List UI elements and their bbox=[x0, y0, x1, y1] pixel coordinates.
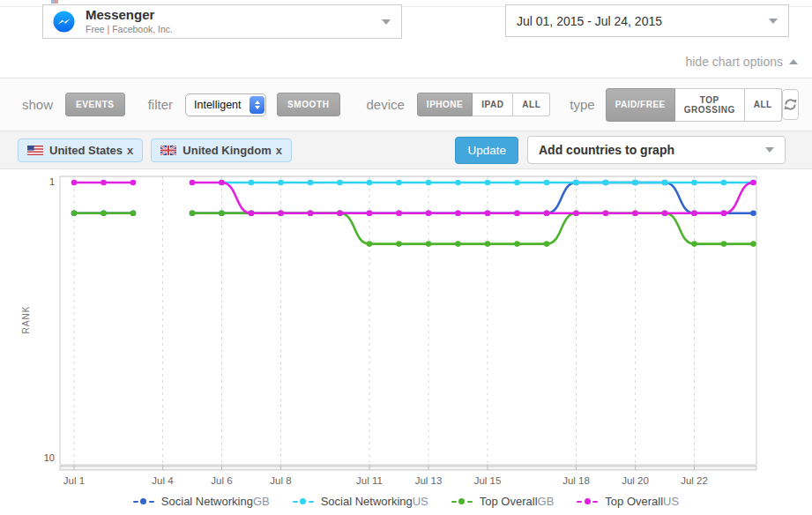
y-axis-title: RANK bbox=[21, 306, 31, 334]
triangle-up-icon bbox=[789, 59, 798, 64]
cropped-element-fragment bbox=[51, 0, 58, 4]
rank-chart-plot[interactable] bbox=[0, 169, 812, 474]
legend-item[interactable]: Top OverallUS bbox=[577, 495, 679, 508]
us-flag-icon bbox=[27, 146, 43, 155]
device-option-all[interactable]: ALL bbox=[513, 93, 550, 116]
country-tag-label: United Kingdom bbox=[183, 144, 271, 157]
legend-item[interactable]: Social NetworkingUS bbox=[293, 495, 428, 508]
country-tag-united-kingdom[interactable]: United Kingdom x bbox=[151, 138, 292, 162]
x-axis-tick-label: Jul 4 bbox=[152, 475, 173, 486]
type-label: type bbox=[570, 97, 594, 112]
update-button[interactable]: Update bbox=[455, 137, 518, 164]
chevron-down-icon bbox=[765, 147, 774, 153]
legend-item[interactable]: Top OverallGB bbox=[451, 495, 555, 508]
x-axis-tick-label: Jul 20 bbox=[622, 475, 649, 486]
remove-country-icon[interactable]: x bbox=[127, 144, 133, 157]
select-stepper-icon bbox=[250, 96, 264, 114]
y-axis-tick-label: 10 bbox=[0, 452, 55, 463]
x-axis-tick-label: Jul 11 bbox=[356, 475, 383, 486]
x-axis-tick-label: Jul 6 bbox=[211, 475, 232, 486]
legend-marker-icon bbox=[451, 498, 473, 505]
legend-item[interactable]: Social NetworkingGB bbox=[133, 495, 270, 508]
date-range-picker[interactable]: Jul 01, 2015 - Jul 24, 2015 bbox=[505, 4, 789, 37]
add-countries-dropdown[interactable]: Add countries to graph bbox=[527, 136, 786, 164]
refresh-button[interactable] bbox=[782, 89, 799, 120]
countries-bar: United States x United Kingdom x Update … bbox=[0, 131, 812, 169]
app-subtitle: Free | Facebook, Inc. bbox=[86, 25, 173, 35]
filter-select[interactable]: Intelligent bbox=[185, 93, 266, 116]
type-segmented-control: PAID/FREE TOP GROSSING ALL bbox=[606, 88, 782, 122]
app-annie-rank-page: Messenger Free | Facebook, Inc. Jul 01, … bbox=[0, 0, 812, 515]
legend-marker-icon bbox=[577, 498, 598, 505]
filter-label: filter bbox=[148, 97, 173, 112]
hide-chart-options-label: hide chart options bbox=[685, 55, 783, 69]
legend-series-name: Social Networking bbox=[321, 495, 413, 508]
remove-country-icon[interactable]: x bbox=[276, 144, 282, 157]
events-button[interactable]: EVENTS bbox=[65, 93, 125, 116]
country-tag-label: United States bbox=[49, 144, 123, 157]
legend-series-country: GB bbox=[253, 495, 270, 508]
device-segmented-control: IPHONE IPAD ALL bbox=[417, 93, 550, 116]
type-option-top-grossing[interactable]: TOP GROSSING bbox=[675, 88, 745, 122]
messenger-app-icon bbox=[52, 10, 76, 34]
chevron-down-icon bbox=[769, 19, 778, 24]
filter-select-value: Intelligent bbox=[194, 99, 249, 111]
show-label: show bbox=[22, 97, 53, 112]
app-name: Messenger bbox=[86, 8, 173, 23]
chevron-down-icon bbox=[382, 19, 391, 25]
legend-series-name: Top Overall bbox=[480, 495, 538, 508]
type-option-paid-free[interactable]: PAID/FREE bbox=[606, 88, 675, 122]
app-selector-dropdown[interactable]: Messenger Free | Facebook, Inc. bbox=[42, 4, 402, 39]
chart-legend: Social NetworkingGBSocial NetworkingUSTo… bbox=[0, 495, 812, 508]
x-axis-tick-label: Jul 13 bbox=[415, 475, 443, 486]
x-axis-tick-label: Jul 15 bbox=[474, 475, 502, 486]
country-tag-united-states[interactable]: United States x bbox=[18, 138, 143, 162]
y-axis-tick-label: 1 bbox=[0, 176, 55, 187]
x-axis-tick-label: Jul 22 bbox=[681, 475, 708, 486]
app-selector-text: Messenger Free | Facebook, Inc. bbox=[86, 8, 173, 34]
legend-series-country: US bbox=[663, 495, 679, 508]
chart-options-toolbar: show EVENTS filter Intelligent SMOOTH de… bbox=[0, 78, 812, 131]
device-option-ipad[interactable]: IPAD bbox=[473, 93, 513, 116]
add-countries-placeholder: Add countries to graph bbox=[539, 143, 674, 157]
x-axis-tick-label: Jul 1 bbox=[63, 475, 85, 486]
x-axis-labels: Jul 1Jul 4Jul 6Jul 8Jul 11Jul 13Jul 15Ju… bbox=[0, 475, 812, 489]
x-axis-tick-label: Jul 8 bbox=[270, 475, 291, 486]
legend-series-country: GB bbox=[538, 495, 555, 508]
header: Messenger Free | Facebook, Inc. Jul 01, … bbox=[0, 0, 812, 78]
date-range-value: Jul 01, 2015 - Jul 24, 2015 bbox=[517, 14, 662, 28]
legend-marker-icon bbox=[293, 498, 314, 505]
legend-series-country: US bbox=[413, 495, 428, 508]
device-option-iphone[interactable]: IPHONE bbox=[417, 93, 473, 116]
rank-chart-section: 110 RANK Jul 1Jul 4Jul 6Jul 8Jul 11Jul 1… bbox=[0, 169, 812, 512]
legend-marker-icon bbox=[133, 498, 154, 505]
type-option-all[interactable]: ALL bbox=[745, 88, 782, 122]
hide-chart-options-link[interactable]: hide chart options bbox=[685, 55, 798, 69]
device-label: device bbox=[367, 97, 405, 112]
refresh-icon bbox=[783, 97, 798, 112]
x-axis-tick-label: Jul 18 bbox=[562, 475, 590, 486]
smooth-button[interactable]: SMOOTH bbox=[277, 93, 340, 116]
gb-flag-icon bbox=[160, 146, 176, 155]
legend-series-name: Top Overall bbox=[605, 495, 663, 508]
legend-series-name: Social Networking bbox=[161, 495, 253, 508]
